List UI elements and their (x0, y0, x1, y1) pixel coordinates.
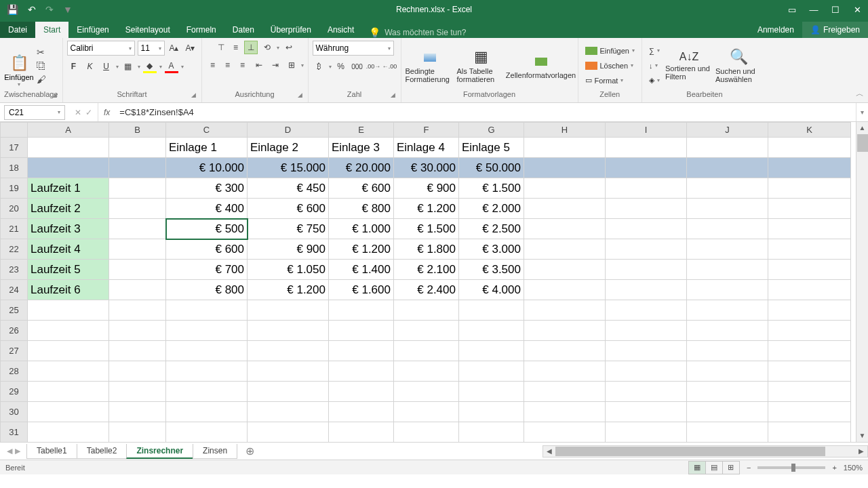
cell[interactable] (394, 361, 459, 382)
autosum-button[interactable]: ∑▾ (646, 44, 663, 58)
cell[interactable] (28, 300, 109, 321)
cell[interactable] (329, 341, 394, 361)
cell[interactable]: € 600 (248, 199, 329, 219)
cell[interactable] (687, 402, 768, 422)
number-format-dropdown[interactable]: Währung▾ (313, 41, 394, 56)
column-header[interactable]: I (606, 123, 687, 138)
wrap-text-icon[interactable]: ↩ (282, 41, 296, 54)
cell[interactable] (329, 422, 394, 443)
cell[interactable] (166, 402, 248, 422)
cell[interactable] (394, 422, 459, 443)
cell[interactable]: € 900 (394, 178, 459, 199)
cell[interactable] (524, 199, 606, 219)
sheet-nav-prev-icon[interactable]: ◀ (7, 447, 12, 455)
dialog-launcher-icon[interactable]: ◢ (191, 92, 196, 98)
cell[interactable] (166, 422, 248, 443)
tab-insert[interactable]: Einfügen (68, 22, 117, 38)
cell[interactable] (109, 138, 166, 158)
cell[interactable] (768, 341, 851, 361)
scroll-right-icon[interactable]: ▶ (855, 447, 867, 455)
row-header[interactable]: 20 (1, 199, 28, 219)
cell[interactable]: € 1.200 (329, 239, 394, 260)
zoom-level[interactable]: 150% (844, 464, 863, 472)
cell[interactable] (109, 402, 166, 422)
cell[interactable] (768, 402, 851, 422)
cell[interactable] (768, 382, 851, 402)
scroll-thumb[interactable] (555, 447, 825, 456)
fill-button[interactable]: ↓▾ (646, 59, 663, 73)
row-header[interactable]: 18 (1, 158, 28, 178)
format-cells-button[interactable]: ▭Format ▾ (583, 74, 637, 87)
cell[interactable]: € 1.200 (248, 280, 329, 300)
cell[interactable] (606, 199, 687, 219)
dialog-launcher-icon[interactable]: ◢ (391, 92, 395, 98)
add-sheet-button[interactable]: ⊕ (237, 445, 262, 458)
dialog-launcher-icon[interactable]: ◢ (298, 92, 302, 98)
cell[interactable]: € 4.000 (459, 280, 524, 300)
cell[interactable] (768, 300, 851, 321)
cell[interactable] (687, 158, 768, 178)
cell[interactable] (28, 158, 109, 178)
spreadsheet-grid[interactable]: ABCDEFGHIJK17Einlage 1Einlage 2Einlage 3… (0, 122, 868, 442)
cell[interactable] (768, 239, 851, 260)
cell[interactable] (28, 341, 109, 361)
cell[interactable]: € 1.400 (329, 260, 394, 280)
tab-page-layout[interactable]: Seitenlayout (117, 22, 178, 38)
column-header[interactable]: K (768, 123, 851, 138)
cell[interactable]: € 1.600 (329, 280, 394, 300)
tab-view[interactable]: Ansicht (319, 22, 362, 38)
align-bottom-icon[interactable]: ⊥ (244, 41, 258, 54)
share-button[interactable]: 👤 Freigeben (802, 22, 868, 38)
cell[interactable] (459, 402, 524, 422)
signin-button[interactable]: Anmelden (749, 22, 802, 38)
sort-filter-button[interactable]: A↓ZSortieren und Filtern (665, 51, 713, 81)
cell[interactable] (28, 422, 109, 443)
cell[interactable] (687, 422, 768, 443)
dialog-launcher-icon[interactable]: ◢ (52, 92, 57, 98)
row-header[interactable]: 24 (1, 280, 28, 300)
zoom-out-button[interactable]: − (747, 464, 751, 472)
row-header[interactable]: 25 (1, 300, 28, 321)
cell[interactable]: € 1.050 (248, 260, 329, 280)
cell[interactable] (687, 300, 768, 321)
cell[interactable] (394, 402, 459, 422)
copy-icon[interactable]: ⿻ (37, 60, 46, 71)
cell[interactable] (524, 280, 606, 300)
row-header[interactable]: 27 (1, 341, 28, 361)
save-icon[interactable]: 💾 (7, 4, 18, 15)
cell[interactable] (459, 300, 524, 321)
accounting-format-icon[interactable]: ₿ (313, 60, 326, 73)
column-header[interactable]: D (248, 123, 329, 138)
column-header[interactable]: B (109, 123, 166, 138)
name-box[interactable]: C21▾ (4, 105, 65, 120)
conditional-formatting-button[interactable]: Bedingte Formatierung (406, 48, 454, 83)
cell[interactable] (524, 382, 606, 402)
cell[interactable]: Laufzeit 4 (28, 239, 109, 260)
close-icon[interactable]: ✕ (846, 0, 868, 19)
cell[interactable] (768, 178, 851, 199)
row-header[interactable]: 30 (1, 402, 28, 422)
cell[interactable] (28, 321, 109, 341)
cell[interactable] (606, 382, 687, 402)
cell[interactable] (28, 402, 109, 422)
cell[interactable] (394, 382, 459, 402)
cell[interactable]: € 500 (166, 219, 248, 239)
cell[interactable]: € 450 (248, 178, 329, 199)
cell[interactable] (166, 321, 248, 341)
cell[interactable] (394, 300, 459, 321)
redo-icon[interactable]: ↷ (45, 4, 54, 15)
cell[interactable]: Laufzeit 5 (28, 260, 109, 280)
scroll-down-icon[interactable]: ▼ (856, 430, 868, 442)
cell[interactable] (109, 361, 166, 382)
font-size-dropdown[interactable]: 11▾ (138, 41, 165, 56)
decrease-indent-icon[interactable]: ⇤ (252, 58, 266, 72)
column-header[interactable]: C (166, 123, 248, 138)
cell[interactable] (768, 138, 851, 158)
delete-cells-button[interactable]: Löschen ▾ (583, 59, 637, 73)
find-select-button[interactable]: 🔍Suchen und Auswählen (715, 48, 763, 83)
cell[interactable]: € 300 (166, 178, 248, 199)
sheet-tab[interactable]: Zinsrechner (126, 444, 193, 459)
cell[interactable] (109, 260, 166, 280)
cell[interactable] (524, 402, 606, 422)
cell[interactable] (109, 199, 166, 219)
